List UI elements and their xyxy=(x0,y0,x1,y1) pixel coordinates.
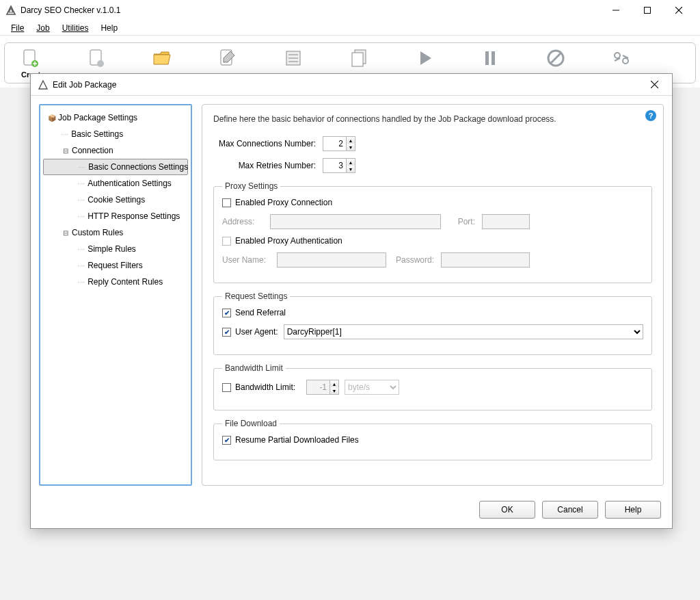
tool-stop[interactable] xyxy=(535,47,576,69)
document-edit-icon xyxy=(217,47,239,69)
user-agent-checkbox[interactable]: User Agent: xyxy=(222,327,278,337)
user-agent-select[interactable]: DarcyRipper[1] xyxy=(284,324,643,339)
spin-up-icon: ▲ xyxy=(330,380,338,387)
max-connections-label: Max Connections Number: xyxy=(213,139,323,148)
panel-description: Define here the basic behavior of connec… xyxy=(213,114,652,124)
request-settings-group: Request Settings Send Referral User Agen… xyxy=(213,291,652,355)
bandwidth-unit-select: byte/s xyxy=(345,380,399,395)
menu-file[interactable]: File xyxy=(5,22,29,34)
proxy-port-label: Port: xyxy=(441,217,482,226)
tool-stack[interactable] xyxy=(338,47,379,69)
tool-edit[interactable] xyxy=(207,47,248,69)
svg-rect-16 xyxy=(492,51,495,65)
svg-point-20 xyxy=(623,58,628,64)
resume-partial-checkbox[interactable]: Resume Partial Downloaded Files xyxy=(222,435,359,445)
tree-authentication-settings[interactable]: ····Authentication Settings xyxy=(43,175,188,192)
svg-rect-14 xyxy=(352,53,363,66)
tree-reply-content-rules[interactable]: ····Reply Content Rules xyxy=(43,274,188,290)
document-new-icon xyxy=(20,47,42,69)
spin-down-icon: ▼ xyxy=(330,387,338,394)
svg-point-7 xyxy=(97,60,104,67)
help-icon[interactable]: ? xyxy=(645,110,656,121)
dialog-title: Edit Job Package xyxy=(53,80,643,90)
tool-doc[interactable] xyxy=(76,47,117,69)
bandwidth-legend: Bandwidth Limit xyxy=(222,363,286,373)
maximize-button[interactable] xyxy=(632,0,663,21)
send-referral-checkbox[interactable]: Send Referral xyxy=(222,308,286,317)
edit-job-package-dialog: Edit Job Package 📦 Job Package Settings … xyxy=(30,73,673,529)
collapse-icon[interactable]: ⊟ xyxy=(61,229,70,237)
tool-settings[interactable] xyxy=(601,47,642,69)
menubar: File Job Utilities Help xyxy=(0,21,700,36)
close-button[interactable] xyxy=(663,0,695,21)
help-button[interactable]: Help xyxy=(605,501,661,519)
proxy-legend: Proxy Settings xyxy=(222,181,280,191)
ok-button[interactable]: OK xyxy=(479,501,535,519)
main-titlebar: Darcy SEO Checker v.1.0.1 xyxy=(0,0,700,21)
menu-utilities[interactable]: Utilities xyxy=(57,22,94,34)
spin-up-icon[interactable]: ▲ xyxy=(347,159,355,166)
tree-connection[interactable]: ⊟Connection xyxy=(43,142,188,159)
max-connections-spinner[interactable]: ▲▼ xyxy=(323,136,355,151)
file-download-group: File Download Resume Partial Downloaded … xyxy=(213,419,652,460)
tool-pause[interactable] xyxy=(470,47,511,69)
app-title: Darcy SEO Checker v.1.0.1 xyxy=(21,5,600,15)
dialog-close-button[interactable] xyxy=(643,75,665,94)
pause-icon xyxy=(479,47,501,69)
max-connections-input[interactable] xyxy=(323,136,346,151)
svg-rect-1 xyxy=(645,8,651,14)
request-legend: Request Settings xyxy=(222,291,290,301)
prohibit-icon xyxy=(545,47,567,69)
tree-cookie-settings[interactable]: ····Cookie Settings xyxy=(43,192,188,208)
svg-rect-15 xyxy=(485,51,489,65)
bandwidth-input xyxy=(306,380,329,395)
proxy-port-input xyxy=(482,214,530,229)
tool-play[interactable] xyxy=(404,47,445,69)
proxy-password-label: Password: xyxy=(386,255,441,265)
tree-custom-rules[interactable]: ⊟Custom Rules xyxy=(43,224,188,241)
tree-request-filters[interactable]: ····Request Filters xyxy=(43,257,188,274)
proxy-address-input xyxy=(270,214,441,229)
settings-tree: 📦 Job Package Settings ····Basic Setting… xyxy=(39,104,192,486)
minimize-button[interactable] xyxy=(600,0,632,21)
tree-simple-rules[interactable]: ····Simple Rules xyxy=(43,241,188,257)
package-icon: 📦 xyxy=(47,114,57,122)
dialog-icon xyxy=(38,79,49,90)
bandwidth-spinner: ▲▼ xyxy=(306,380,339,395)
list-icon xyxy=(282,47,304,69)
max-retries-input[interactable] xyxy=(323,158,346,173)
max-retries-label: Max Retries Number: xyxy=(213,161,323,170)
enable-proxy-checkbox[interactable]: Enabled Proxy Connection xyxy=(222,198,332,207)
document-icon xyxy=(85,47,107,69)
bandwidth-limit-group: Bandwidth Limit Bandwidth Limit: ▲▼ byte… xyxy=(213,363,652,410)
play-icon xyxy=(414,47,435,69)
max-retries-spinner[interactable]: ▲▼ xyxy=(323,158,355,173)
proxy-password-input xyxy=(441,252,530,268)
collapse-icon[interactable]: ⊟ xyxy=(61,147,70,155)
menu-help[interactable]: Help xyxy=(95,22,123,34)
cancel-button[interactable]: Cancel xyxy=(542,501,598,519)
menu-job[interactable]: Job xyxy=(31,22,55,34)
enable-proxy-auth-checkbox: Enabled Proxy Authentication xyxy=(222,236,342,246)
file-download-legend: File Download xyxy=(222,419,280,428)
proxy-settings-group: Proxy Settings Enabled Proxy Connection … xyxy=(213,181,652,283)
proxy-user-input xyxy=(277,252,386,268)
app-icon xyxy=(5,5,16,16)
spin-down-icon[interactable]: ▼ xyxy=(347,166,355,172)
spin-down-icon[interactable]: ▼ xyxy=(347,144,355,151)
bandwidth-limit-checkbox[interactable]: Bandwidth Limit: xyxy=(222,382,295,392)
folder-open-icon xyxy=(151,47,173,69)
tree-http-response-settings[interactable]: ····HTTP Response Settings xyxy=(43,208,188,224)
settings-panel: ? Define here the basic behavior of conn… xyxy=(202,104,664,486)
tree-job-package-settings[interactable]: 📦 Job Package Settings xyxy=(43,109,188,126)
tree-basic-connections-settings[interactable]: ····Basic Connections Settings xyxy=(43,159,188,175)
svg-line-18 xyxy=(550,53,561,64)
stack-icon xyxy=(348,47,370,69)
tool-list[interactable] xyxy=(273,47,314,69)
settings-icon xyxy=(610,47,632,69)
tool-open[interactable] xyxy=(142,47,183,69)
tree-basic-settings[interactable]: ····Basic Settings xyxy=(43,126,188,142)
spin-up-icon[interactable]: ▲ xyxy=(347,137,355,144)
svg-point-19 xyxy=(615,53,620,58)
proxy-user-label: User Name: xyxy=(222,255,277,265)
